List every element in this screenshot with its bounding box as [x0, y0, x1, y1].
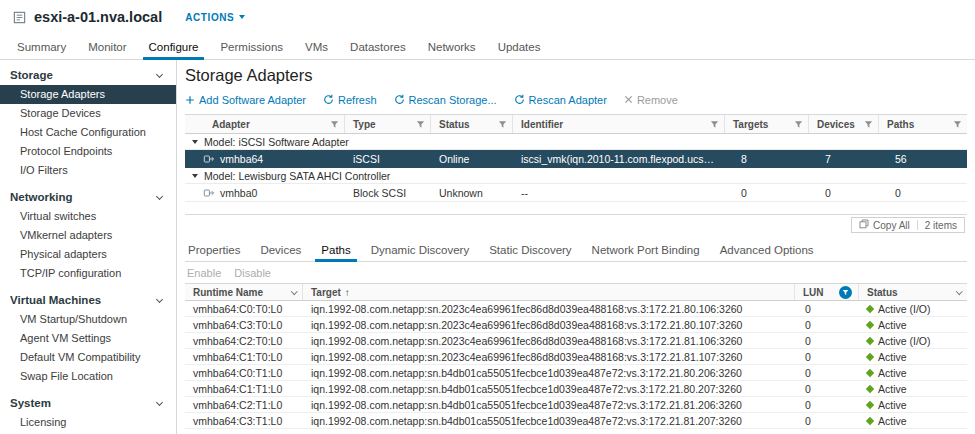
detail-tab-advanced-options[interactable]: Advanced Options: [710, 238, 824, 261]
filter-funnel-icon[interactable]: [953, 120, 962, 129]
path-status: Active: [878, 383, 907, 395]
active-status-icon: [866, 352, 874, 360]
close-icon: [624, 95, 633, 104]
path-row-vmhba64-c0-t0-l0[interactable]: vmhba64:C0:T0:L0iqn.1992-08.com.netapp:s…: [185, 301, 967, 317]
lun-value: 0: [795, 367, 859, 379]
tab-datastores[interactable]: Datastores: [339, 34, 417, 59]
footer-divider: [917, 220, 918, 230]
column-header-paths[interactable]: Paths: [879, 115, 967, 133]
adapter-row-vmhba0[interactable]: vmhba0Block SCSIUnknown--000: [185, 184, 967, 202]
path-row-vmhba64-c2-t0-l0[interactable]: vmhba64:C2:T0:L0iqn.1992-08.com.netapp:s…: [185, 333, 967, 349]
tab-permissions[interactable]: Permissions: [209, 34, 294, 59]
sidebar-item-physical-adapters[interactable]: Physical adapters: [0, 245, 176, 264]
sidebar-section-networking[interactable]: Networking: [0, 186, 176, 207]
column-header-lun[interactable]: LUN: [795, 284, 859, 300]
chevron-down-icon[interactable]: [956, 288, 962, 294]
column-label: Runtime Name: [193, 287, 263, 298]
column-label: Type: [353, 119, 376, 130]
filter-funnel-icon[interactable]: [710, 120, 719, 129]
column-header-status[interactable]: Status: [431, 115, 513, 133]
sidebar-section-system[interactable]: System: [0, 392, 176, 413]
adapter-identifier: iscsi_vmk(iqn.2010-11.com.flexpod.ucs-sm…: [513, 153, 725, 165]
lun-filter-badge-icon[interactable]: [839, 286, 852, 299]
target-iqn: iqn.1992-08.com.netapp:sn.2023c4ea69961f…: [303, 351, 795, 363]
refresh-button[interactable]: Refresh: [323, 94, 377, 106]
filter-funnel-icon[interactable]: [864, 120, 873, 129]
page-title: Storage Adapters: [185, 66, 967, 85]
path-row-vmhba64-c3-t1-l0[interactable]: vmhba64:C3:T1:L0iqn.1992-08.com.netapp:s…: [185, 413, 967, 429]
sidebar-item-agent-vm-settings[interactable]: Agent VM Settings: [0, 329, 176, 348]
tab-label: Datastores: [350, 41, 406, 53]
chevron-down-icon[interactable]: [291, 288, 297, 294]
sidebar-item-default-vm-compatibility[interactable]: Default VM Compatibility: [0, 348, 176, 367]
sidebar-item-storage-devices[interactable]: Storage Devices: [0, 104, 176, 123]
tab-summary[interactable]: Summary: [6, 34, 77, 59]
detail-tab-static-discovery[interactable]: Static Discovery: [479, 238, 581, 261]
adapter-table-empty-space: [185, 202, 967, 214]
lun-value: 0: [795, 319, 859, 331]
sidebar-item-storage-adapters[interactable]: Storage Adapters: [0, 85, 176, 104]
column-header-adapter[interactable]: Adapter: [185, 115, 345, 133]
tab-monitor[interactable]: Monitor: [77, 34, 137, 59]
sidebar-item-vmkernel-adapters[interactable]: VMkernel adapters: [0, 226, 176, 245]
column-header-runtime-name[interactable]: Runtime Name: [185, 284, 303, 300]
column-header-targets[interactable]: Targets: [725, 115, 809, 133]
sidebar-section-storage[interactable]: Storage: [0, 64, 176, 85]
runtime-name: vmhba64:C1:T1:L0: [185, 383, 303, 395]
path-status: Active: [878, 351, 907, 363]
runtime-name: vmhba64:C0:T1:L0: [185, 367, 303, 379]
sidebar-section-virtual-machines[interactable]: Virtual Machines: [0, 289, 176, 310]
adapter-row-vmhba64[interactable]: vmhba64iSCSIOnlineiscsi_vmk(iqn.2010-11.…: [185, 150, 967, 168]
footer-box: Copy All 2 items: [851, 217, 965, 233]
copy-all-button[interactable]: Copy All: [859, 219, 910, 231]
tab-networks[interactable]: Networks: [417, 34, 487, 59]
detail-tab-network-port-binding[interactable]: Network Port Binding: [582, 238, 710, 261]
path-row-vmhba64-c1-t1-l0[interactable]: vmhba64:C1:T1:L0iqn.1992-08.com.netapp:s…: [185, 381, 967, 397]
path-row-vmhba64-c3-t0-l0[interactable]: vmhba64:C3:T0:L0iqn.1992-08.com.netapp:s…: [185, 317, 967, 333]
filter-funnel-icon[interactable]: [330, 120, 339, 129]
actions-menu-button[interactable]: ACTIONS: [185, 12, 245, 23]
path-row-vmhba64-c2-t1-l0[interactable]: vmhba64:C2:T1:L0iqn.1992-08.com.netapp:s…: [185, 397, 967, 413]
copy-icon: [859, 219, 869, 231]
sidebar-item-virtual-switches[interactable]: Virtual switches: [0, 207, 176, 226]
enable-button[interactable]: Enable: [187, 267, 221, 279]
sidebar-item-licensing[interactable]: Licensing: [0, 413, 176, 432]
disable-button[interactable]: Disable: [234, 267, 271, 279]
filter-funnel-icon[interactable]: [416, 120, 425, 129]
detail-tab-properties[interactable]: Properties: [185, 238, 250, 261]
detail-tab-devices[interactable]: Devices: [250, 238, 311, 261]
detail-tab-paths[interactable]: Paths: [311, 238, 360, 261]
column-header-type[interactable]: Type: [345, 115, 431, 133]
column-header-status[interactable]: Status: [859, 284, 967, 300]
rescan-storage-button[interactable]: Rescan Storage...: [394, 94, 497, 106]
sidebar-item-i-o-filters[interactable]: I/O Filters: [0, 161, 176, 180]
sidebar-item-tcp-ip-configuration[interactable]: TCP/IP configuration: [0, 264, 176, 283]
path-row-vmhba64-c1-t0-l0[interactable]: vmhba64:C1:T0:L0iqn.1992-08.com.netapp:s…: [185, 349, 967, 365]
path-row-vmhba64-c0-t1-l0[interactable]: vmhba64:C0:T1:L0iqn.1992-08.com.netapp:s…: [185, 365, 967, 381]
adapter-group-row[interactable]: Model: iSCSI Software Adapter: [185, 134, 967, 150]
collapse-triangle-icon: [192, 174, 198, 178]
toolbar-button-label: Rescan Adapter: [529, 94, 607, 106]
filter-funnel-icon[interactable]: [498, 120, 507, 129]
column-header-identifier[interactable]: Identifier: [513, 115, 725, 133]
column-header-target[interactable]: Target↑: [303, 284, 795, 300]
column-label: Status: [439, 119, 470, 130]
sidebar-item-host-cache-configuration[interactable]: Host Cache Configuration: [0, 123, 176, 142]
sidebar-item-swap-file-location[interactable]: Swap File Location: [0, 367, 176, 386]
filter-funnel-icon[interactable]: [794, 120, 803, 129]
sidebar-item-protocol-endpoints[interactable]: Protocol Endpoints: [0, 142, 176, 161]
adapter-type: iSCSI: [345, 153, 431, 165]
detail-tab-dynamic-discovery[interactable]: Dynamic Discovery: [361, 238, 479, 261]
tab-configure[interactable]: Configure: [138, 34, 210, 59]
tab-updates[interactable]: Updates: [487, 34, 552, 59]
add-software-adapter-button[interactable]: Add Software Adapter: [185, 94, 306, 106]
sidebar-item-vm-startup-shutdown[interactable]: VM Startup/Shutdown: [0, 310, 176, 329]
object-tab-bar: SummaryMonitorConfigurePermissionsVMsDat…: [0, 34, 975, 60]
adapter-table-body: Model: iSCSI Software Adaptervmhba64iSCS…: [185, 134, 967, 202]
remove-button[interactable]: Remove: [624, 94, 678, 106]
adapter-targets: 0: [725, 187, 809, 199]
column-header-devices[interactable]: Devices: [809, 115, 879, 133]
rescan-adapter-button[interactable]: Rescan Adapter: [514, 94, 607, 106]
tab-vms[interactable]: VMs: [294, 34, 339, 59]
adapter-group-row[interactable]: Model: Lewisburg SATA AHCI Controller: [185, 168, 967, 184]
